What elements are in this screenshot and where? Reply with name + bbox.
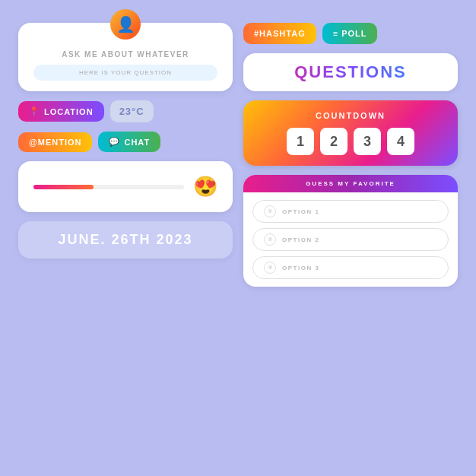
poll-option-2[interactable]: ② OPTION 2 [252, 228, 449, 251]
slider-track[interactable] [33, 185, 184, 189]
countdown-card: COUNTDOWN 1 2 3 4 [243, 100, 458, 166]
location-label: LOCATION [44, 107, 94, 116]
digit-1: 1 [287, 128, 314, 155]
location-row: 📍 LOCATION 23°C [18, 100, 233, 122]
poll-options: ① OPTION 1 ② OPTION 2 ③ OPTION 3 [243, 192, 458, 287]
slider-card: 😍 [18, 161, 233, 212]
date-card: JUNE. 26TH 2023 [18, 221, 233, 259]
question-card: 👤 ASK ME ABOUT WHATEVER HERE IS YOUR QUE… [18, 23, 233, 91]
digit-4: 4 [387, 128, 414, 155]
hashtag-badge[interactable]: #HASHTAG [243, 23, 316, 44]
poll-header: GUESS MY FAVORITE [243, 175, 458, 192]
option-2-icon: ② [264, 233, 276, 246]
option-2-text: OPTION 2 [282, 236, 319, 243]
poll-badge[interactable]: ≡ POLL [322, 23, 378, 44]
chat-badge[interactable]: 💬 CHAT [98, 132, 160, 152]
countdown-digits: 1 2 3 4 [255, 128, 446, 155]
list-icon: ≡ [333, 29, 338, 38]
poll-card: GUESS MY FAVORITE ① OPTION 1 ② OPTION 2 … [243, 175, 458, 287]
date-text: JUNE. 26TH 2023 [33, 232, 217, 248]
mention-badge[interactable]: @MENTION [18, 132, 92, 152]
option-1-icon: ① [264, 205, 276, 217]
poll-header-text: GUESS MY FAVORITE [252, 180, 449, 187]
question-card-title: ASK ME ABOUT WHATEVER [62, 50, 189, 59]
option-3-text: OPTION 3 [282, 265, 319, 271]
digit-2: 2 [320, 128, 347, 155]
temperature-badge: 23°C [110, 100, 154, 122]
slider-fill [33, 185, 94, 189]
top-badges-row: #HASHTAG ≡ POLL [243, 23, 458, 44]
person-icon: 👤 [116, 15, 135, 33]
digit-3: 3 [354, 128, 381, 155]
option-1-text: OPTION 1 [282, 208, 319, 215]
poll-label: POLL [341, 29, 367, 38]
mention-row: @MENTION 💬 CHAT [18, 132, 233, 152]
poll-option-1[interactable]: ① OPTION 1 [252, 200, 449, 223]
option-3-icon: ③ [264, 262, 276, 274]
question-card-input[interactable]: HERE IS YOUR QUESTION [33, 65, 217, 81]
location-icon: 📍 [29, 106, 40, 116]
chat-icon: 💬 [109, 137, 120, 147]
countdown-label: COUNTDOWN [255, 111, 446, 120]
questions-card: QUESTIONS [243, 53, 458, 91]
location-badge[interactable]: 📍 LOCATION [18, 101, 104, 122]
slider-emoji: 😍 [193, 175, 217, 198]
avatar: 👤 [110, 9, 141, 40]
poll-option-3[interactable]: ③ OPTION 3 [252, 256, 449, 279]
right-column: #HASHTAG ≡ POLL QUESTIONS COUNTDOWN 1 2 … [243, 23, 458, 320]
chat-label: CHAT [124, 138, 150, 147]
left-column: 👤 ASK ME ABOUT WHATEVER HERE IS YOUR QUE… [18, 23, 233, 320]
questions-text: QUESTIONS [255, 62, 446, 82]
